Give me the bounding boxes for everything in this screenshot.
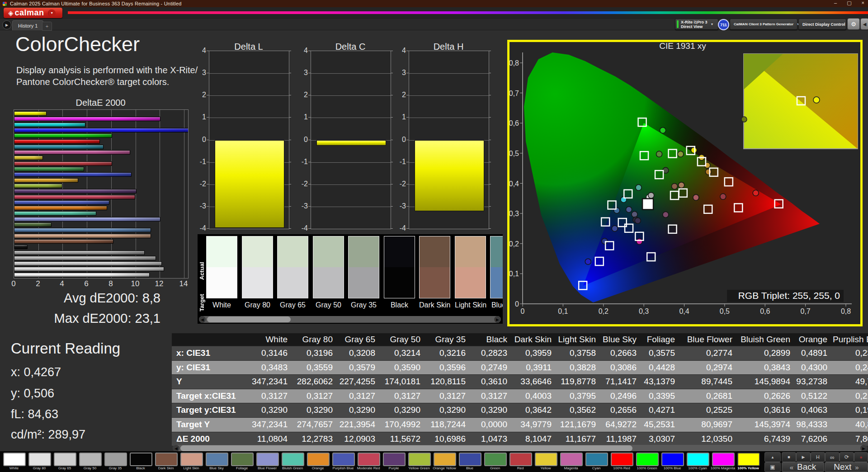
pattern-up-button[interactable]: ▲ <box>764 452 781 462</box>
pattern-tile[interactable]: Orange <box>306 452 330 472</box>
pattern-tile[interactable]: Blue Sky <box>204 452 229 472</box>
record-button[interactable]: ● <box>854 452 868 462</box>
pattern-swatch[interactable] <box>560 453 583 466</box>
calman-menu-button[interactable]: ◈ calman ▼ <box>4 8 62 18</box>
swatch-scrollbar[interactable]: ◀ ▶ <box>199 316 501 323</box>
pattern-tile[interactable]: Cyan <box>584 452 609 472</box>
pattern-swatch[interactable] <box>231 453 254 466</box>
pattern-swatch[interactable] <box>332 453 355 466</box>
pattern-tile[interactable]: Moderate Red <box>356 452 381 472</box>
pattern-tile[interactable]: Blue <box>458 452 482 472</box>
pattern-tile[interactable]: Black <box>128 452 153 472</box>
pattern-swatch[interactable] <box>484 453 507 466</box>
pattern-swatch[interactable] <box>130 453 152 466</box>
swatch-target <box>206 267 237 298</box>
pattern-window-button[interactable]: ▣ <box>764 462 781 472</box>
table-cell: 11,1987 <box>601 432 642 446</box>
pattern-swatch[interactable] <box>661 453 684 466</box>
scroll-right-icon[interactable]: ▶ <box>860 445 867 452</box>
pattern-tile[interactable]: Yellow <box>533 452 558 472</box>
pattern-swatch[interactable] <box>155 453 178 466</box>
play-button[interactable]: ▶ <box>796 452 811 462</box>
pattern-tile[interactable]: Yellow Green <box>407 452 431 472</box>
pattern-tile[interactable]: White <box>2 452 26 472</box>
pattern-swatch[interactable] <box>104 453 127 466</box>
pattern-swatch[interactable] <box>79 453 102 466</box>
loop-button[interactable]: ⟳ <box>840 452 854 462</box>
pattern-tile[interactable]: Purple <box>382 452 406 472</box>
tab-nav-button[interactable]: ▶ <box>2 20 11 29</box>
pattern-tile[interactable]: Light Skin <box>179 452 203 472</box>
pattern-tile[interactable]: Green <box>483 452 507 472</box>
table-scrollbar[interactable]: ◀ ▶ <box>173 445 867 452</box>
collapse-panel-button[interactable]: ◀ <box>860 18 868 30</box>
swatch-compare-panel: Actual Target WhiteGray 80Gray 65Gray 50… <box>198 234 503 324</box>
minimize-button[interactable]: – <box>834 0 837 6</box>
pattern-swatch[interactable] <box>611 453 633 466</box>
pattern-swatch[interactable] <box>434 453 456 466</box>
pattern-swatch[interactable] <box>256 453 279 466</box>
pattern-tile[interactable]: Foliage <box>230 452 254 472</box>
table-cell: 0,3127 <box>338 389 381 403</box>
pattern-tile[interactable]: Dark Skin <box>154 452 178 472</box>
scroll-right-icon[interactable]: ▶ <box>494 316 501 323</box>
tab-history-1[interactable]: History 1 <box>12 20 43 30</box>
next-button[interactable]: Next» <box>825 462 868 472</box>
table-scroll-thumb[interactable] <box>180 445 632 451</box>
pattern-tile[interactable]: Red <box>508 452 533 472</box>
pattern-swatch[interactable] <box>383 453 406 466</box>
h-pattern-button[interactable]: H <box>811 452 825 462</box>
pattern-tile[interactable]: Orange Yellow <box>432 452 457 472</box>
pattern-swatch[interactable] <box>206 453 228 466</box>
pattern-tile[interactable]: 100% Blue <box>660 452 684 472</box>
pattern-swatch[interactable] <box>28 453 51 466</box>
pattern-swatch[interactable] <box>54 453 76 466</box>
pattern-swatch[interactable] <box>3 453 26 466</box>
back-button[interactable]: «Back <box>782 462 824 472</box>
pattern-tile[interactable]: 100% Green <box>635 452 659 472</box>
pattern-tile[interactable]: Gray 50 <box>78 452 102 472</box>
pattern-swatch[interactable] <box>509 453 532 466</box>
delta-y-tick: 1 <box>394 113 406 121</box>
pattern-tile[interactable]: Gray 65 <box>52 452 77 472</box>
pattern-tile[interactable]: Magenta <box>559 452 583 472</box>
table-cell: 0,3610 <box>471 375 513 389</box>
pattern-swatch[interactable] <box>180 453 203 466</box>
continuous-button[interactable]: ∞ <box>825 452 840 462</box>
pattern-tile[interactable]: Gray 80 <box>27 452 52 472</box>
pattern-swatch[interactable] <box>459 453 481 466</box>
add-tab-button[interactable]: + <box>42 22 52 31</box>
pattern-tile[interactable]: Bluish Green <box>280 452 305 472</box>
pattern-tile[interactable]: Blue Flower <box>255 452 279 472</box>
pattern-swatch[interactable] <box>636 453 659 466</box>
swatch-scroll-thumb[interactable] <box>207 316 291 322</box>
pattern-tile[interactable]: 100% Yellow <box>736 452 760 472</box>
source-dropdown[interactable]: CalMAN Client 3 Pattern Generator ▼ <box>730 19 797 30</box>
chevron-down-icon[interactable]: ▼ <box>48 9 56 17</box>
pattern-swatch[interactable] <box>585 453 608 466</box>
pattern-swatch[interactable] <box>687 453 709 466</box>
pattern-tile[interactable]: 100% Cyan <box>685 452 710 472</box>
pattern-swatch[interactable] <box>712 453 735 466</box>
maximize-button[interactable]: ▢ <box>847 0 851 6</box>
close-button[interactable]: × <box>862 0 864 6</box>
pattern-swatch[interactable] <box>535 453 557 466</box>
delta-tick-mark <box>289 140 291 140</box>
pattern-swatch[interactable] <box>282 453 304 466</box>
scroll-left-icon[interactable]: ◀ <box>173 445 179 452</box>
pattern-tile[interactable]: Purplish Blue <box>331 452 355 472</box>
meter-dropdown[interactable]: X-Rite i1Pro 3Direct View ▼ <box>675 19 718 30</box>
pattern-swatch[interactable] <box>737 453 760 466</box>
meter-badge[interactable]: 711 <box>718 19 729 30</box>
stop-button[interactable]: ■ <box>782 452 796 462</box>
pattern-tile[interactable]: Gray 35 <box>103 452 127 472</box>
scroll-left-icon[interactable]: ◀ <box>199 316 206 323</box>
pattern-swatch[interactable] <box>358 453 380 466</box>
pattern-swatch[interactable] <box>307 453 330 466</box>
pattern-swatch[interactable] <box>408 453 431 466</box>
pattern-tile[interactable]: 100% Red <box>609 452 634 472</box>
settings-button[interactable]: ⚙ <box>847 18 860 30</box>
pattern-tile[interactable]: 100% Magenta <box>711 452 735 472</box>
display-dropdown[interactable]: Direct Display Control ▼ <box>798 19 846 30</box>
svg-text:0,8: 0,8 <box>841 307 851 315</box>
